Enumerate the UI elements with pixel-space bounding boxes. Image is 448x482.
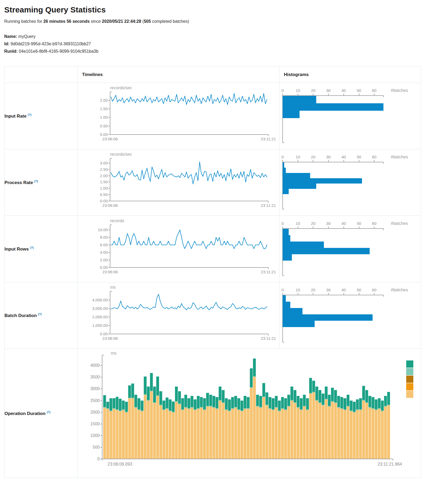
summary-batch-count: 505 [144,19,151,24]
svg-text:40: 40 [341,88,346,93]
svg-text:10.00: 10.00 [98,227,108,232]
query-name-value: myQuery [18,34,35,39]
svg-text:20: 20 [311,288,315,292]
svg-text:0: 0 [282,155,284,159]
batch-duration-histogram-chart: 0102030405060#batches [279,282,420,346]
svg-text:50: 50 [357,288,361,292]
page-title: Streaming Query Statistics [4,5,448,14]
svg-text:60: 60 [372,288,377,292]
process-rate-row: Process Rate (?) records/sec3.002.502.00… [4,149,421,216]
input-rows-histogram-chart: 0102030405060#batches [279,216,420,279]
batch-duration-row: Batch Duration (?) ms4,000.003,000.002,0… [4,282,421,349]
svg-text:1.50: 1.50 [100,106,108,111]
table-header-row: Timelines Histograms [4,66,421,83]
input-rows-timeline-cell: records10.008.006.004.002.000.0023:06:06… [78,216,279,282]
metric-label-cell: Operation Duration (?) [4,349,78,478]
process-rate-timeline-chart: records/sec3.002.502.001.501.000.500.002… [78,149,276,213]
batch-duration-timeline-cell: ms4,000.003,000.002,000.001,000.000.0023… [78,282,279,349]
help-icon[interactable]: (?) [38,313,42,316]
svg-text:1.00: 1.00 [100,186,108,190]
help-icon[interactable]: (?) [30,246,34,249]
svg-text:0.50: 0.50 [100,124,108,128]
svg-text:2.50: 2.50 [100,167,108,172]
svg-text:0: 0 [97,457,100,461]
svg-text:0.50: 0.50 [100,192,108,197]
svg-text:1.00: 1.00 [100,115,108,119]
legend-swatch [406,376,413,383]
svg-text:2500: 2500 [90,398,100,403]
svg-text:10: 10 [296,221,300,226]
svg-text:60: 60 [372,221,377,226]
input-rate-histogram-cell: 0102030405060#batches [279,83,421,149]
legend-swatch [406,360,413,368]
svg-text:records/sec: records/sec [110,86,132,90]
query-runid-value: 04e101e6-8bf8-4165-9099-9104c951ba3b [19,49,98,53]
svg-text:ms: ms [110,285,116,289]
legend-swatch [406,368,413,375]
process-rate-timeline-cell: records/sec3.002.502.001.501.000.500.002… [78,149,279,216]
svg-text:10: 10 [296,88,300,93]
summary-since: 2020/05/21 22:44:28 [102,19,141,24]
histograms-header: Histograms [279,66,421,83]
summary-open-paren: ( [141,19,144,24]
svg-text:23:06:06: 23:06:06 [102,137,118,141]
svg-text:40: 40 [341,155,346,159]
svg-text:23:11:21.864: 23:11:21.864 [378,462,402,466]
svg-text:0.00: 0.00 [100,132,108,137]
metric-label-batch-duration: Batch Duration [4,313,37,318]
svg-text:0: 0 [282,221,284,226]
svg-text:4,000.00: 4,000.00 [92,298,108,302]
svg-text:3000: 3000 [90,386,100,391]
summary-suffix: completed batches) [151,19,189,24]
svg-text:50: 50 [357,221,361,226]
query-name-label: Name: [4,34,17,39]
svg-text:1000: 1000 [90,433,100,438]
svg-text:30: 30 [326,88,331,93]
svg-text:4.00: 4.00 [100,250,108,255]
svg-text:0.00: 0.00 [100,265,108,270]
svg-text:records/sec: records/sec [110,152,132,157]
svg-text:23:11:21: 23:11:21 [261,336,276,341]
metric-label-input-rows: Input Rows [4,247,29,252]
svg-text:50: 50 [357,155,361,159]
svg-text:20: 20 [311,221,315,226]
svg-text:23:06:06: 23:06:06 [102,203,118,208]
svg-text:30: 30 [326,221,331,226]
svg-text:60: 60 [372,155,377,159]
svg-text:#batches: #batches [391,88,408,93]
svg-text:10: 10 [296,288,300,292]
svg-text:2.00: 2.00 [100,258,108,262]
svg-text:20: 20 [311,88,315,93]
svg-text:23:06:06: 23:06:06 [102,336,118,341]
svg-text:0.00: 0.00 [100,332,108,336]
summary-duration: 26 minutes 56 seconds [43,19,90,24]
help-icon[interactable]: (?) [47,410,51,414]
help-icon[interactable]: (?) [28,113,31,116]
svg-text:#batches: #batches [391,221,408,226]
page: Streaming Query Statistics Running batch… [4,5,448,478]
help-icon[interactable]: (?) [34,180,38,183]
svg-text:500: 500 [93,445,100,449]
svg-text:6.00: 6.00 [100,243,108,247]
summary-prefix: Running batches for [4,19,43,24]
metric-label-cell: Input Rows (?) [4,216,78,282]
svg-text:0: 0 [282,88,284,93]
input-rows-histogram-cell: 0102030405060#batches [279,216,421,282]
operation-duration-row: Operation Duration (?) ms050010001500200… [4,349,421,478]
svg-text:#batches: #batches [391,155,408,159]
svg-text:23:06:06: 23:06:06 [102,270,118,274]
svg-text:2.00: 2.00 [100,173,108,178]
query-runid-label: RunId: [4,49,18,53]
svg-text:50: 50 [357,88,361,93]
metric-label-cell: Batch Duration (?) [4,282,78,349]
empty-header-cell [4,66,78,83]
process-rate-histogram-cell: 0102030405060#batches [279,149,421,216]
running-summary: Running batches for 26 minutes 56 second… [4,19,448,24]
svg-text:30: 30 [326,155,331,159]
svg-text:23:06:06.093: 23:06:06.093 [107,462,132,466]
svg-text:1500: 1500 [90,422,100,426]
legend-swatch [406,391,413,398]
svg-text:1.50: 1.50 [100,180,108,184]
svg-text:0: 0 [282,288,284,292]
query-runid-line: RunId: 04e101e6-8bf8-4165-9099-9104c951b… [4,48,448,55]
